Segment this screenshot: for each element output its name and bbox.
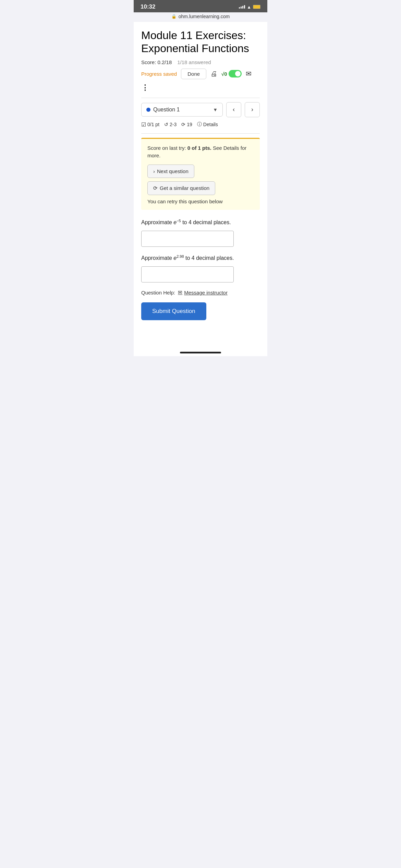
details-badge[interactable]: ⓘ Details — [197, 121, 218, 128]
url-text: ohm.lumenlearning.com — [179, 14, 230, 19]
retry-text: 2-3 — [170, 122, 177, 127]
checkbox-icon: ☑ — [141, 121, 146, 128]
e-symbol-1: e — [173, 219, 177, 225]
home-bar — [134, 348, 267, 356]
score-text: Score: 0.2/18 — [141, 59, 172, 65]
answer-input-2[interactable] — [141, 266, 234, 282]
answered-text: 1/18 answered — [177, 59, 211, 65]
page-title: Module 11 Exercises: Exponential Functio… — [141, 29, 260, 55]
signal-icon — [239, 5, 245, 9]
number-text: 19 — [187, 122, 192, 127]
message-instructor-link[interactable]: ✉ Message instructor — [178, 289, 228, 296]
retry-icon: ↺ — [164, 122, 168, 127]
number-badge: ⟳ 19 — [181, 122, 192, 127]
toolbar-divider — [141, 98, 260, 98]
info-icon: ⓘ — [197, 121, 202, 128]
exponent-2: 2.98 — [177, 254, 184, 258]
question-1-area: Approximate e−5 to 4 decimal places. — [141, 218, 260, 247]
similar-row: ⟳ Get a similar question You can retry t… — [147, 181, 254, 204]
score-box-text: Score on last try: 0 of 1 pts. See Detai… — [147, 144, 254, 160]
question-help-label: Question Help: — [141, 290, 175, 296]
message-instructor-text: Message instructor — [184, 290, 228, 296]
more-options-icon[interactable]: ⋮ — [141, 83, 149, 92]
question-dot — [146, 108, 150, 112]
lock-icon: 🔒 — [171, 14, 177, 19]
math-label: √0 — [221, 71, 227, 77]
question-help-row: Question Help: ✉ Message instructor — [141, 289, 260, 296]
question-2-area: Approximate e2.98 to 4 decimal places. — [141, 254, 260, 282]
score-row: Score: 0.2/18 1/18 answered — [141, 59, 260, 65]
details-text: Details — [203, 122, 218, 127]
battery-icon — [253, 5, 260, 9]
question-1-text: Approximate e−5 to 4 decimal places. — [141, 218, 260, 227]
points-badge: ☑ 0/1 pt — [141, 121, 159, 128]
score-bold: 0 of 1 pts. — [187, 145, 211, 151]
print-icon[interactable]: 🖨 — [210, 70, 217, 78]
exponent-1: −5 — [177, 219, 181, 223]
status-time: 10:32 — [141, 3, 155, 10]
status-bar: 10:32 ▲ — [134, 0, 267, 12]
mail-icon-help: ✉ — [178, 289, 182, 296]
math-toggle-switch[interactable] — [229, 70, 242, 77]
chevron-down-icon: ▼ — [213, 107, 218, 112]
similar-question-button[interactable]: ⟳ Get a similar question — [147, 181, 215, 195]
points-row: ☑ 0/1 pt ↺ 2-3 ⟳ 19 ⓘ Details — [141, 121, 260, 128]
wifi-icon: ▲ — [247, 4, 251, 10]
chevron-right-icon: › — [153, 168, 155, 174]
score-box: Score on last try: 0 of 1 pts. See Detai… — [141, 138, 260, 210]
mail-icon-toolbar[interactable]: ✉ — [246, 70, 252, 78]
question-label: Question 1 — [153, 107, 210, 113]
retry-badge: ↺ 2-3 — [164, 122, 177, 127]
browser-bar: 🔒 ohm.lumenlearning.com — [134, 12, 267, 22]
main-content: Module 11 Exercises: Exponential Functio… — [134, 22, 267, 348]
retry-inline-text: You can retry this question below — [147, 198, 223, 204]
e-symbol-2: e — [173, 255, 177, 261]
status-icons: ▲ — [239, 4, 260, 10]
question-dropdown[interactable]: Question 1 ▼ — [141, 103, 223, 117]
prev-question-button[interactable]: ‹ — [226, 102, 241, 117]
answer-input-1[interactable] — [141, 231, 234, 247]
question-selector-row: Question 1 ▼ ‹ › — [141, 102, 260, 117]
refresh-icon: ⟳ — [181, 122, 185, 127]
refresh-icon-btn: ⟳ — [153, 185, 158, 191]
question-divider — [141, 133, 260, 134]
points-text: 0/1 pt — [147, 122, 159, 127]
home-indicator — [180, 352, 221, 353]
submit-question-button[interactable]: Submit Question — [141, 302, 206, 320]
next-question-button-box[interactable]: › Next question — [147, 165, 194, 178]
math-toggle: √0 — [221, 70, 242, 77]
question-2-text: Approximate e2.98 to 4 decimal places. — [141, 254, 260, 262]
toolbar-row: Progress saved Done 🖨 √0 ✉ ⋮ — [141, 69, 260, 92]
done-button[interactable]: Done — [181, 69, 206, 79]
next-question-button[interactable]: › — [245, 102, 260, 117]
progress-saved: Progress saved — [141, 71, 177, 77]
